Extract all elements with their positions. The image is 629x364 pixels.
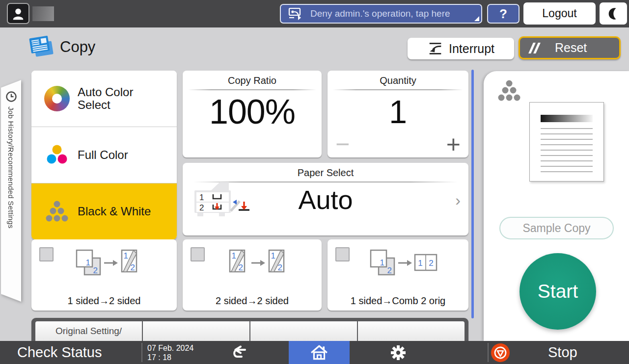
auto-color-icon bbox=[44, 86, 70, 111]
svg-text:1: 1 bbox=[418, 259, 422, 268]
svg-text:1: 1 bbox=[380, 258, 384, 267]
reset-icon bbox=[531, 43, 538, 53]
start-label: Start bbox=[538, 281, 578, 302]
interrupt-icon bbox=[427, 41, 444, 56]
quantity-card[interactable]: Quantity 1 − + bbox=[328, 71, 468, 157]
stop-icon bbox=[491, 343, 510, 362]
status-chip bbox=[32, 6, 54, 21]
interrupt-button[interactable]: Interrupt bbox=[408, 38, 514, 59]
svg-text:2: 2 bbox=[93, 266, 98, 275]
duplex-1-to-2-icon: 2 1 1 2 bbox=[72, 247, 145, 282]
bw-mode-indicator-icon bbox=[496, 79, 522, 103]
svg-text:1: 1 bbox=[231, 251, 236, 260]
copier-touchscreen: Deny admin.'s operation, tap here ? Logo… bbox=[0, 0, 629, 364]
stop-button[interactable]: Stop bbox=[491, 341, 619, 364]
top-bar: Deny admin.'s operation, tap here ? Logo… bbox=[0, 0, 629, 27]
svg-text:2: 2 bbox=[277, 263, 282, 272]
vertical-scrollbar[interactable] bbox=[471, 70, 474, 318]
paper-select-card[interactable]: Paper Select 1 2 Auto › bbox=[183, 163, 468, 235]
gear-icon bbox=[390, 344, 407, 361]
check-status-button[interactable]: Check Status bbox=[17, 341, 102, 364]
quantity-title: Quantity bbox=[328, 75, 468, 86]
svg-text:2: 2 bbox=[387, 266, 391, 275]
duplex-1-to-2-checkbox[interactable] bbox=[39, 247, 54, 261]
logout-label: Logout bbox=[542, 7, 576, 20]
check-status-label: Check Status bbox=[17, 344, 102, 361]
home-button[interactable] bbox=[289, 341, 350, 364]
black-white-icon bbox=[44, 200, 70, 223]
auto-color-label: Auto Color Select bbox=[78, 86, 166, 112]
color-mode-panel: Auto Color Select Full Color Black & Whi… bbox=[31, 71, 177, 239]
notice-corner-mark bbox=[474, 16, 479, 21]
color-mode-auto[interactable]: Auto Color Select bbox=[31, 71, 177, 127]
bottom-bar-divider-2 bbox=[488, 343, 489, 362]
job-history-tab-label: Job History/Recommended Settings bbox=[7, 106, 15, 229]
full-color-label: Full Color bbox=[78, 149, 166, 161]
clock-icon bbox=[5, 91, 17, 103]
sample-copy-label: Sample Copy bbox=[522, 222, 590, 235]
back-arrow-icon bbox=[228, 345, 250, 360]
logout-button[interactable]: Logout bbox=[523, 2, 596, 25]
tab-segment-2[interactable] bbox=[143, 321, 249, 341]
job-preview-panel: Sample Copy Start bbox=[484, 71, 629, 341]
quantity-decrement-button[interactable]: − bbox=[335, 132, 350, 156]
home-icon bbox=[310, 344, 328, 361]
moon-icon bbox=[606, 7, 620, 21]
duplex-2-to-2-icon: 1 2 1 2 bbox=[220, 247, 294, 282]
combine-2-orig-card[interactable]: 2 1 1 2 1 sided→Comb 2 orig bbox=[328, 239, 468, 311]
bottom-bar-divider bbox=[141, 343, 142, 362]
tab-segment-3[interactable] bbox=[250, 321, 357, 341]
copy-ratio-value: 100% bbox=[183, 92, 322, 131]
duplex-2-to-2-card[interactable]: 1 2 1 2 2 sided→2 sided bbox=[183, 239, 322, 311]
duplex-2-to-2-label: 2 sided→2 sided bbox=[183, 295, 322, 307]
start-button[interactable]: Start bbox=[520, 253, 596, 330]
document-preview bbox=[529, 102, 604, 182]
side-tab-wrap: Job History/Recommended Settings bbox=[1, 80, 21, 302]
remote-operation-icon bbox=[288, 7, 303, 21]
reset-label: Reset bbox=[555, 41, 587, 55]
job-history-tab[interactable]: Job History/Recommended Settings bbox=[1, 80, 21, 302]
tab-original-setting-label: Original Setting/ bbox=[55, 326, 122, 341]
admin-notice-banner[interactable]: Deny admin.'s operation, tap here bbox=[280, 4, 482, 24]
help-button[interactable]: ? bbox=[487, 4, 520, 24]
svg-text:2: 2 bbox=[429, 259, 433, 268]
full-color-icon bbox=[44, 144, 70, 166]
duplex-1-to-2-label: 1 sided→2 sided bbox=[31, 295, 177, 307]
preview-text-lines bbox=[541, 128, 593, 176]
user-button[interactable] bbox=[7, 3, 29, 24]
reset-button[interactable]: Reset bbox=[519, 36, 621, 59]
color-mode-black-white[interactable]: Black & White bbox=[31, 183, 177, 239]
paper-select-value: Auto bbox=[183, 184, 468, 215]
date-label: 07 Feb. 2024 bbox=[147, 343, 193, 353]
bottom-bar: Check Status 07 Feb. 2024 17 : 18 bbox=[0, 341, 629, 364]
copy-ratio-card[interactable]: Copy Ratio 100% bbox=[183, 71, 322, 157]
preview-gradient-bar bbox=[541, 115, 593, 122]
user-icon bbox=[11, 6, 26, 21]
quantity-value: 1 bbox=[328, 93, 468, 130]
svg-text:2: 2 bbox=[131, 263, 135, 272]
help-label: ? bbox=[499, 6, 507, 22]
time-label: 17 : 18 bbox=[147, 353, 193, 362]
duplex-2-to-2-checkbox[interactable] bbox=[191, 247, 205, 261]
svg-text:1: 1 bbox=[124, 251, 128, 260]
color-mode-full-color[interactable]: Full Color bbox=[31, 127, 177, 183]
admin-notice-label: Deny admin.'s operation, tap here bbox=[310, 8, 450, 19]
settings-tab-strip: Original Setting/ bbox=[31, 318, 468, 341]
paper-select-title: Paper Select bbox=[183, 167, 468, 179]
svg-text:2: 2 bbox=[238, 263, 243, 272]
copy-app-icon bbox=[27, 34, 54, 58]
black-white-label: Black & White bbox=[78, 205, 166, 218]
back-button[interactable] bbox=[222, 341, 256, 364]
settings-button[interactable] bbox=[381, 341, 415, 364]
tab-segment-4[interactable] bbox=[358, 321, 465, 341]
sample-copy-button[interactable]: Sample Copy bbox=[499, 217, 614, 239]
svg-text:1: 1 bbox=[86, 258, 90, 267]
tab-original-setting[interactable]: Original Setting/ bbox=[35, 321, 142, 341]
quantity-increment-button[interactable]: + bbox=[446, 132, 461, 156]
page-title: Copy bbox=[60, 38, 95, 56]
duplex-1-to-2-card[interactable]: 2 1 1 2 1 sided→2 sided bbox=[31, 239, 177, 311]
datetime-display: 07 Feb. 2024 17 : 18 bbox=[147, 343, 193, 362]
energy-saver-button[interactable] bbox=[600, 2, 627, 25]
stop-label: Stop bbox=[548, 344, 577, 361]
combine-2-orig-checkbox[interactable] bbox=[335, 247, 350, 261]
